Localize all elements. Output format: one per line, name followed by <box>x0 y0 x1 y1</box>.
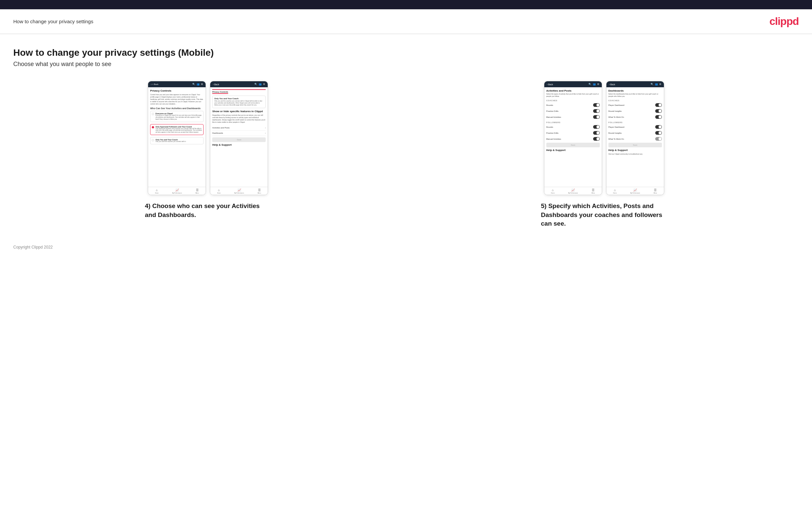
followers-rounds-label: Rounds <box>546 126 553 128</box>
screen1-body: Privacy Controls Control how you and you… <box>148 87 206 187</box>
help-support-4: Help & Support <box>608 149 662 152</box>
help-support-desc-4: Visit our Clippd community to troublesho… <box>608 153 662 155</box>
screen3-back[interactable]: ‹ Back <box>547 83 553 86</box>
page-subtitle: Choose what you want people to see <box>13 61 799 68</box>
screen2-topbar: ‹ Back 🔍 👥 ⚙ <box>210 81 268 87</box>
search-icon-4[interactable]: 🔍 <box>651 83 654 86</box>
screen4-back[interactable]: ‹ Back <box>609 83 615 86</box>
followers-rounds-toggle[interactable] <box>593 125 600 129</box>
screen3-navbar: ⌂ Home 📈 My Performance ☰ Menu <box>544 187 602 195</box>
followers-drills-toggle[interactable] <box>593 131 600 135</box>
screen1-option1[interactable]: Everyone on Clippd Everyone on Clippd ca… <box>150 111 204 122</box>
followers-roundinsights-row: Round Insights <box>608 130 662 135</box>
nav-home-2[interactable]: ⌂ Home <box>217 188 221 194</box>
coaches-manual-label: Manual Activities <box>546 116 561 118</box>
divider <box>212 89 266 90</box>
settings-icon[interactable]: ⚙ <box>201 83 203 86</box>
info-title: Only You and Your Coach <box>214 98 264 100</box>
nav-perf-1[interactable]: 📈 My Performance <box>172 188 182 194</box>
info-box: Only You and Your Coach Only you and the… <box>212 96 266 108</box>
settings-icon-3[interactable]: ⚙ <box>597 83 599 86</box>
nav-home-3[interactable]: ⌂ Home <box>551 188 555 194</box>
group-left: ‹ < Back 🔍 👥 ⚙ Privacy Controls Control … <box>13 81 403 219</box>
screen2-body: Privacy Controls Only You and Your Coach… <box>210 87 268 187</box>
screen4-title: Dashboards <box>608 89 662 92</box>
menu-icon: ☰ <box>196 188 199 192</box>
nav-menu-4[interactable]: ☰ Menu <box>654 188 657 194</box>
logo: clippd <box>769 15 799 27</box>
settings-icon-2[interactable]: ⚙ <box>263 83 265 86</box>
option2-desc: Only approved followers and coaches you … <box>155 128 202 134</box>
nav-perf-4[interactable]: 📈 My Performance <box>630 188 640 194</box>
followers-playerdash-toggle[interactable] <box>655 125 662 129</box>
feature-row-dashboards[interactable]: Dashboards › <box>212 131 266 136</box>
screen3-save[interactable]: Save <box>546 143 600 147</box>
page-title: How to change your privacy settings (Mob… <box>13 48 799 58</box>
search-icon[interactable]: 🔍 <box>192 83 195 86</box>
followers-manual-toggle[interactable] <box>593 137 600 141</box>
nav-perf-3[interactable]: 📈 My Performance <box>568 188 578 194</box>
top-bar <box>0 0 812 9</box>
coaches-whattowork-label: What To Work On <box>608 116 624 118</box>
feature-row-activities[interactable]: Activities and Posts › <box>212 125 266 131</box>
coaches-playerdash-label: Player Dashboard <box>608 104 624 106</box>
coaches-drills-row: Practice Drills <box>546 109 600 113</box>
search-icon-2[interactable]: 🔍 <box>254 83 257 86</box>
menu-icon-4: ☰ <box>654 188 657 192</box>
coaches-rounds-toggle[interactable] <box>593 103 600 107</box>
nav-menu-label-4: Menu <box>654 192 657 194</box>
screen2-navbar: ⌂ Home 📈 My Performance ☰ Menu <box>210 187 268 195</box>
screen2-save[interactable]: Save <box>212 137 266 142</box>
screen2-frame: ‹ Back 🔍 👥 ⚙ Privacy Controls Only You a… <box>210 81 268 195</box>
settings-icon-4[interactable]: ⚙ <box>659 83 661 86</box>
screen2-back[interactable]: ‹ Back <box>213 83 219 86</box>
chart-icon-4: 📈 <box>633 188 637 192</box>
screen3-desc: Select the types of activity that you'd … <box>546 93 600 98</box>
coaches-whattowork-toggle[interactable] <box>655 115 662 119</box>
nav-home-label-4: Home <box>613 192 617 194</box>
screen1-back[interactable]: ‹ < Back <box>151 83 158 86</box>
search-icon-3[interactable]: 🔍 <box>589 83 592 86</box>
screen1-section-title: Privacy Controls <box>150 89 204 92</box>
footer: Copyright Clippd 2022 <box>0 238 812 256</box>
main-content: How to change your privacy settings (Mob… <box>0 34 812 238</box>
coaches-manual-toggle[interactable] <box>593 115 600 119</box>
option1-text: Everyone on Clippd Everyone on Clippd ca… <box>155 112 202 120</box>
coaches-roundinsights-toggle[interactable] <box>655 109 662 113</box>
coaches-playerdash-row: Player Dashboard <box>608 103 662 108</box>
home-icon-2: ⌂ <box>218 188 219 192</box>
coaches-playerdash-toggle[interactable] <box>655 103 662 107</box>
followers-drills-label: Practice Drills <box>546 132 559 134</box>
coaches-drills-toggle[interactable] <box>593 109 600 113</box>
person-icon-4[interactable]: 👥 <box>655 83 658 86</box>
nav-perf-2[interactable]: 📈 My Performance <box>234 188 244 194</box>
nav-menu-label-3: Menu <box>592 192 595 194</box>
nav-perf-label-3: My Performance <box>568 192 578 194</box>
screen3-icons: 🔍 👥 ⚙ <box>589 83 599 86</box>
nav-home-1[interactable]: ⌂ Home <box>155 188 159 194</box>
nav-home-4[interactable]: ⌂ Home <box>613 188 617 194</box>
screen1-option3[interactable]: Only You and Your Coach Only you and the… <box>150 137 204 144</box>
nav-menu-3[interactable]: ☰ Menu <box>592 188 595 194</box>
screen4-save[interactable]: Save <box>608 143 662 147</box>
followers-whattowork-toggle[interactable] <box>655 137 662 141</box>
screen1-body-text: Control how you and your data appears to… <box>150 94 204 105</box>
screen1-icons: 🔍 👥 ⚙ <box>192 83 203 86</box>
person-icon-2[interactable]: 👥 <box>259 83 262 86</box>
person-icon-3[interactable]: 👥 <box>593 83 596 86</box>
caption5: 5) Specify which Activities, Posts and D… <box>541 202 667 228</box>
help-support-2: Help & Support <box>212 143 266 146</box>
followers-roundinsights-toggle[interactable] <box>655 131 662 135</box>
nav-menu-2[interactable]: ☰ Menu <box>258 188 261 194</box>
person-icon[interactable]: 👥 <box>197 83 200 86</box>
option3-text: Only You and Your Coach Only you and the… <box>155 139 186 143</box>
feature-dashboards-label: Dashboards <box>212 132 223 134</box>
screen1-option2[interactable]: Only Approved Followers and Your Coach O… <box>150 124 204 135</box>
followers-manual-row: Manual Activities <box>546 136 600 142</box>
nav-home-label: Home <box>155 192 159 194</box>
screen4-navbar: ⌂ Home 📈 My Performance ☰ Menu <box>606 187 664 195</box>
coaches-roundinsights-label: Round Insights <box>608 110 622 112</box>
menu-icon-2: ☰ <box>258 188 261 192</box>
help-support-3: Help & Support <box>546 149 600 152</box>
nav-menu-1[interactable]: ☰ Menu <box>196 188 199 194</box>
